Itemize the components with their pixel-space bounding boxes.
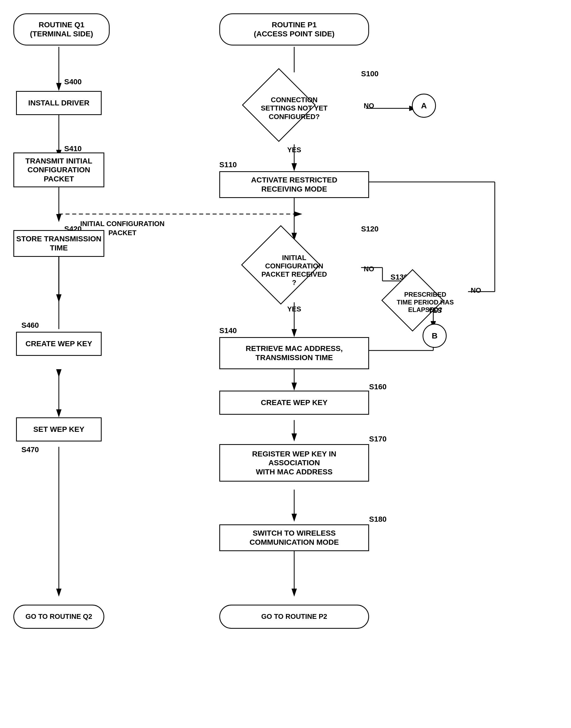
s460-label: S460 bbox=[21, 321, 39, 330]
go-to-routine-p2-label: GO TO ROUTINE P2 bbox=[261, 612, 327, 621]
svg-marker-42 bbox=[292, 383, 297, 391]
retrieve-mac-label: RETRIEVE MAC ADDRESS, TRANSMISSION TIME bbox=[245, 344, 343, 362]
circle-a-node: A bbox=[412, 94, 436, 118]
s470-label: S470 bbox=[21, 445, 39, 454]
create-wep-key-left-label: CREATE WEP KEY bbox=[25, 339, 92, 348]
svg-marker-40 bbox=[292, 163, 297, 171]
register-wep-key-node: REGISTER WEP KEY IN ASSOCIATION WITH MAC… bbox=[219, 444, 369, 482]
s180-label: S180 bbox=[369, 515, 386, 524]
register-wep-key-label: REGISTER WEP KEY IN ASSOCIATION WITH MAC… bbox=[252, 449, 336, 477]
svg-marker-34 bbox=[56, 83, 62, 91]
prescribed-time-no-label: NO bbox=[471, 286, 481, 295]
switch-wireless-label: SWITCH TO WIRELESS COMMUNICATION MODE bbox=[249, 529, 339, 547]
go-to-routine-q2-node: GO TO ROUTINE Q2 bbox=[13, 605, 104, 629]
circle-b-label: B bbox=[432, 331, 438, 340]
svg-marker-38 bbox=[56, 369, 62, 377]
transmit-initial-label: TRANSMIT INITIAL CONFIGURATION PACKET bbox=[14, 157, 104, 184]
go-to-routine-p2-node: GO TO ROUTINE P2 bbox=[219, 605, 369, 629]
circle-b-node: B bbox=[423, 324, 447, 348]
retrieve-mac-node: RETRIEVE MAC ADDRESS, TRANSMISSION TIME bbox=[219, 337, 369, 369]
initial-config-yes-label: YES bbox=[287, 305, 301, 313]
store-transmission-node: STORE TRANSMISSION TIME bbox=[13, 230, 104, 257]
set-wep-key-label: SET WEP KEY bbox=[33, 425, 85, 434]
create-wep-key-right-label: CREATE WEP KEY bbox=[261, 398, 327, 407]
s110-label: S110 bbox=[219, 161, 237, 169]
initial-config-no-label: NO bbox=[364, 265, 374, 273]
transmit-initial-node: TRANSMIT INITIAL CONFIGURATION PACKET bbox=[13, 152, 104, 187]
svg-marker-36 bbox=[56, 214, 62, 222]
connection-settings-no-label: NO bbox=[364, 102, 374, 110]
svg-marker-16 bbox=[294, 211, 302, 217]
s140-label: S140 bbox=[219, 326, 237, 335]
install-driver-label: INSTALL DRIVER bbox=[28, 98, 89, 108]
set-wep-key-node: SET WEP KEY bbox=[16, 417, 102, 441]
activate-restricted-node: ACTIVATE RESTRICTED RECEIVING MODE bbox=[219, 171, 369, 198]
create-wep-key-right-node: CREATE WEP KEY bbox=[219, 391, 369, 415]
go-to-routine-q2-label: GO TO ROUTINE Q2 bbox=[25, 612, 92, 621]
svg-marker-41 bbox=[292, 329, 297, 337]
routine-q1-label: ROUTINE Q1 (TERMINAL SIDE) bbox=[30, 20, 93, 38]
activate-restricted-label: ACTIVATE RESTRICTED RECEIVING MODE bbox=[251, 176, 338, 193]
svg-marker-37 bbox=[56, 294, 62, 302]
svg-marker-45 bbox=[292, 589, 297, 597]
s160-label: S160 bbox=[369, 383, 386, 391]
install-driver-node: INSTALL DRIVER bbox=[16, 91, 102, 115]
create-wep-key-left-node: CREATE WEP KEY bbox=[16, 332, 102, 356]
connection-settings-yes-label: YES bbox=[287, 146, 301, 154]
routine-p1-node: ROUTINE P1 (ACCESS POINT SIDE) bbox=[219, 13, 369, 45]
svg-marker-44 bbox=[292, 514, 297, 522]
circle-a-label: A bbox=[421, 101, 427, 110]
svg-marker-46 bbox=[56, 589, 62, 597]
svg-marker-43 bbox=[292, 433, 297, 441]
s410-label: S410 bbox=[64, 144, 82, 153]
switch-wireless-node: SWITCH TO WIRELESS COMMUNICATION MODE bbox=[219, 524, 369, 551]
routine-q1-node: ROUTINE Q1 (TERMINAL SIDE) bbox=[13, 13, 110, 45]
prescribed-time-yes-label: YES bbox=[428, 306, 442, 315]
flowchart-diagram: ROUTINE Q1 (TERMINAL SIDE) ROUTINE P1 (A… bbox=[0, 0, 571, 728]
s400-label: S400 bbox=[64, 78, 82, 86]
s170-label: S170 bbox=[369, 435, 386, 443]
svg-marker-39 bbox=[56, 409, 62, 417]
store-transmission-label: STORE TRANSMISSION TIME bbox=[16, 234, 101, 252]
routine-p1-label: ROUTINE P1 (ACCESS POINT SIDE) bbox=[254, 20, 335, 38]
